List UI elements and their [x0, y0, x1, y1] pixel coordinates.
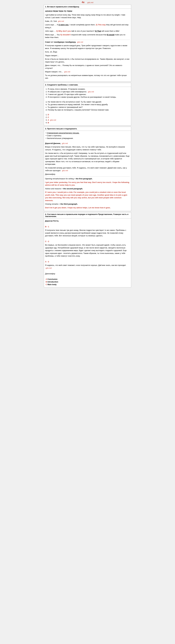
wm6: gdz.red	[62, 142, 68, 144]
label-c-letter: C	[46, 284, 47, 286]
letter-body-ru-2: На твоем месте, я бы вступила в клуб. На…	[45, 152, 130, 166]
section-4-body: Дорогая Пэтти, B - 1 Я получила твое пис…	[44, 218, 131, 287]
letter2-part-c-label: С - 2	[45, 240, 130, 243]
wm5: gdz.red	[50, 119, 56, 121]
para-ref-1: the first paragraph.	[76, 178, 92, 180]
answer-4: 4) That	[95, 30, 101, 32]
answer-3: 3) Why don't you	[56, 30, 71, 32]
answer-2: 2) This way	[96, 24, 106, 26]
problem-1: 1. Я очень плох в физике. Я провалю экза…	[45, 88, 130, 90]
para-katie: Katie, 15, York gdz.red	[45, 20, 130, 23]
bullet-2: • Совет и причины.	[45, 134, 130, 137]
section-1: 1. Вставьте правильное слово/фразу. ADVI…	[44, 5, 131, 82]
problem-2: 2. Я набрала вес и чувствую себя некомфо…	[45, 91, 130, 93]
advice-title: ADVICE FROM TEEN TO TEEN!	[45, 10, 130, 13]
letter2-part-b-label: B - 1	[45, 225, 130, 228]
ru-maria-label: Мария говорит, что… gdz.red	[45, 70, 130, 73]
ru-title: Совет от тинейджера тинейджеру. gdz.red	[45, 41, 130, 44]
answer-row-2: 2. C	[45, 116, 130, 118]
letter-greeting-ru: Дорогой Джонни, gdz.red	[45, 142, 130, 145]
label-b-text: Introduction	[48, 281, 58, 283]
letter2-greeting: Дорогая Пэтти,	[45, 220, 130, 222]
para-john-en: John says … 3) Why don't you talk to one…	[45, 30, 130, 32]
page-header: 4e gdz.red	[44, 0, 131, 5]
ans2: C	[48, 116, 49, 118]
bullet1-text: Утверждения начала/причину письма.	[47, 132, 79, 134]
para-ref-2: the second paragraph.	[63, 188, 83, 190]
answer-row-4: 4. B	[45, 122, 130, 124]
label-a-text: Conclusion	[48, 278, 58, 280]
para-laura-en: Laura says … If 1) were you, I would com…	[45, 23, 130, 29]
problem-3: 3. У меня нет друзей. Я чувствую себя од…	[45, 93, 130, 96]
ans3: A	[48, 119, 49, 121]
ru-john: Джон говорит, что… Почему бы не поговори…	[45, 64, 130, 70]
advice-b: b. Ты должна извиниться перед ним/ней. Э…	[45, 104, 130, 106]
answers-block: 1. D 2. C 3. A gdz.red 4. B	[45, 114, 130, 124]
wm4: gdz.red	[88, 91, 94, 93]
section-2: 2. Соедините проблемы с советами. 1. Я о…	[44, 83, 131, 126]
bullet-1: • Утверждения начала/причину письма.	[45, 132, 130, 134]
labels-block: A Conclusion B Introduction C Main body	[45, 278, 130, 286]
letter-sign-ru: Дженнифер.	[45, 173, 130, 176]
analysis-en-2: If I were you, I would join a club. For …	[45, 191, 130, 202]
answer-5: 5) shouldn't	[60, 34, 71, 36]
section-2-title: 2. Соедините проблемы с советами.	[44, 83, 131, 87]
answer-row-1: 1. D	[45, 114, 130, 116]
ans1: D	[48, 114, 49, 116]
advice-c: c. Ты думала о записи в тренажерный зал?	[45, 106, 130, 108]
section-1-body: ADVICE FROM TEEN TO TEEN! I get bullied …	[44, 9, 131, 82]
section-3-body: • Утверждения начала/причину письма. • С…	[44, 131, 131, 211]
wm8: gdz.red	[46, 267, 52, 269]
label-b-letter: B	[46, 281, 47, 283]
wm3: gdz.red	[64, 71, 70, 73]
section-4: 4. Составьте письмо в правильном порядке…	[44, 212, 131, 288]
advice-d: d. Почему бы вам не поговорить с вашим у…	[45, 109, 130, 111]
label-a: A Conclusion	[45, 278, 130, 280]
analysis-en-3: Don't let it get you down. I hope my adv…	[45, 206, 130, 209]
letter2-part-b-text: Я получила твое письмо три дня назад. Мн…	[45, 229, 130, 237]
section-3: 3. Прочтите письмо и подчеркните. • Утве…	[44, 127, 131, 211]
analysis-label-2: Advice and reasons = the second paragrap…	[45, 187, 130, 190]
letter2-sign: Дженнифер	[45, 272, 130, 275]
analysis-label-1: Opening remarks/reason for writing = the…	[45, 177, 130, 180]
label-c-text: Main body	[48, 284, 57, 286]
wm2: gdz.red	[77, 41, 83, 43]
wm7: gdz.red	[62, 170, 68, 172]
ans4: B	[48, 122, 49, 124]
ru-laura-text: Если я была на твоем месте, я бы полност…	[45, 58, 130, 63]
section-1-title: 1. Вставьте правильное слово/фразу.	[44, 5, 131, 9]
answer-6: 6) would	[107, 34, 114, 36]
analysis-label-3: Closing remarks = the third paragraph.	[45, 203, 130, 206]
wm1: gdz.red	[58, 20, 64, 22]
label-c: C Main body	[45, 284, 130, 286]
letter-body-ru-3: Не позволяй ничему доставать тебя. Я над…	[45, 166, 130, 172]
letter2-part-a-text: Я надеюсь, что мой совет поможет, и все …	[45, 264, 130, 269]
ru-para-1: Я получаю издевки в школе каждый день. Т…	[45, 44, 130, 50]
para-maria-en: Maria says … You 5) shouldn't respond wi…	[45, 33, 130, 39]
answer-row-3: 3. A gdz.red	[45, 119, 130, 121]
ru-maria-text: Ты не должна реагировать на неприятные к…	[45, 74, 130, 80]
ru-laura-label: Лаура говорит…	[45, 54, 130, 57]
para-1: I get bullied at school every day. Three…	[45, 14, 130, 19]
bullet-3: • Заключительные утверждения.	[45, 137, 130, 139]
section-2-body: 1. Я очень плох в физике. Я провалю экза…	[44, 87, 131, 126]
answer-1: 1) were you	[59, 24, 69, 26]
page-label: 4e	[82, 1, 85, 4]
label-b: B Introduction	[45, 281, 130, 283]
advice-a: a. На твоем месте я бы вступила в клуб. …	[45, 101, 130, 103]
letter2-part-a-label: A - 3	[45, 260, 130, 263]
label-a-letter: A	[46, 278, 47, 280]
ru-katie: Кэти, 15, Йорк	[45, 50, 130, 53]
section-3-title: 3. Прочтите письмо и подчеркните.	[44, 127, 131, 131]
para-ref-3: the third paragraph.	[60, 203, 78, 205]
problem-4: 4. Я поссорился с моим лучшим другом. Он…	[45, 96, 130, 98]
section-4-title: 4. Составьте письмо в правильном порядке…	[44, 212, 131, 218]
watermark: gdz.red	[87, 2, 93, 4]
analysis-en-1: I got your letter yesterday. I'm sorry y…	[45, 181, 130, 186]
letter-body-ru-1: Вчера я получила твое письмо. Мне жаль, …	[45, 146, 130, 151]
letter2-part-c-text: Во-первых, не беспокойся слишком много. …	[45, 244, 130, 258]
